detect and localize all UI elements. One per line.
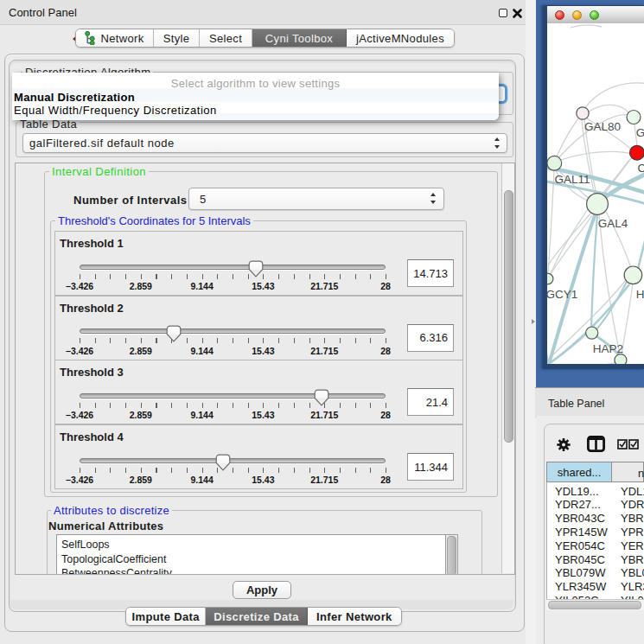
svg-text:GCY1: GCY1 [547,288,577,301]
svg-text:HAP2: HAP2 [593,342,623,355]
svg-text:C: C [638,162,644,175]
svg-text:GA: GA [636,126,644,139]
svg-text:GAL80: GAL80 [584,120,621,133]
svg-text:GAL11: GAL11 [555,173,590,186]
svg-text:GAL4: GAL4 [598,217,628,230]
svg-text:H: H [636,288,644,301]
